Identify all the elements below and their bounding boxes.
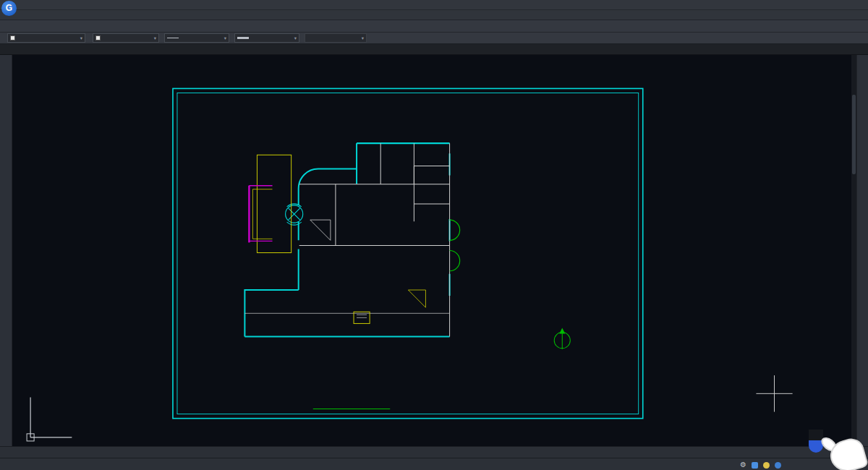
feedback-icon[interactable] xyxy=(752,462,758,469)
chevron-down-icon: ▾ xyxy=(80,35,82,41)
revolving-door-symbol xyxy=(286,204,303,225)
chevron-down-icon: ▾ xyxy=(362,35,364,41)
document-controls xyxy=(851,9,864,22)
chevron-down-icon: ▾ xyxy=(224,35,226,41)
floor-plan-drawing xyxy=(12,55,856,446)
app-logo-icon[interactable]: G xyxy=(1,1,17,16)
lineweight-sample xyxy=(237,37,249,39)
layout-tab-bar xyxy=(0,446,868,458)
status-tray: ⚙ xyxy=(740,461,781,469)
standard-toolbar xyxy=(0,20,868,33)
scrollbar-thumb[interactable] xyxy=(852,95,856,174)
modify-toolbar xyxy=(856,55,868,446)
stair-symbol xyxy=(310,220,331,240)
settings-gear-icon[interactable]: ⚙ xyxy=(740,461,746,469)
exterior-walls xyxy=(244,143,449,336)
entrance-porch xyxy=(249,155,291,252)
chevron-down-icon: ▾ xyxy=(154,35,156,41)
crosshair-cursor xyxy=(756,375,792,411)
workspace xyxy=(0,55,868,446)
plotstyle-dropdown: ▾ xyxy=(305,33,367,43)
sheet-border-outer xyxy=(173,88,643,418)
chevron-down-icon: ▾ xyxy=(294,35,297,41)
interior-walls xyxy=(244,143,449,336)
mascot-paw xyxy=(822,428,862,469)
properties-toolbar: ▾ ▾ ▾ ▾ ▾ xyxy=(0,33,868,44)
drawing-canvas[interactable] xyxy=(12,55,856,446)
layer-color-swatch xyxy=(10,35,15,40)
title-bar: G xyxy=(0,0,868,10)
linetype-dropdown[interactable]: ▾ xyxy=(164,33,229,43)
linetype-sample xyxy=(167,38,179,38)
equipment-room xyxy=(354,312,370,323)
layer-dropdown[interactable]: ▾ xyxy=(7,33,85,43)
watermark xyxy=(806,428,862,469)
vertical-scrollbar[interactable] xyxy=(851,55,856,446)
stair-symbol-2 xyxy=(408,290,425,307)
tips-bulb-icon[interactable] xyxy=(763,462,770,469)
sheet-border-inner xyxy=(177,93,639,414)
bay-windows xyxy=(450,220,460,271)
color-dropdown[interactable]: ▾ xyxy=(93,33,159,43)
ucs-icon xyxy=(27,397,72,441)
north-arrow xyxy=(554,328,570,349)
application-window: G xyxy=(0,0,868,470)
draw-toolbar xyxy=(0,55,12,446)
current-color-swatch xyxy=(95,35,101,40)
file-tab-bar xyxy=(0,44,868,55)
menu-bar xyxy=(0,10,868,20)
support-headset-icon[interactable] xyxy=(775,462,781,469)
lineweight-dropdown[interactable]: ▾ xyxy=(234,33,299,43)
status-bar: ⚙ xyxy=(0,458,868,470)
